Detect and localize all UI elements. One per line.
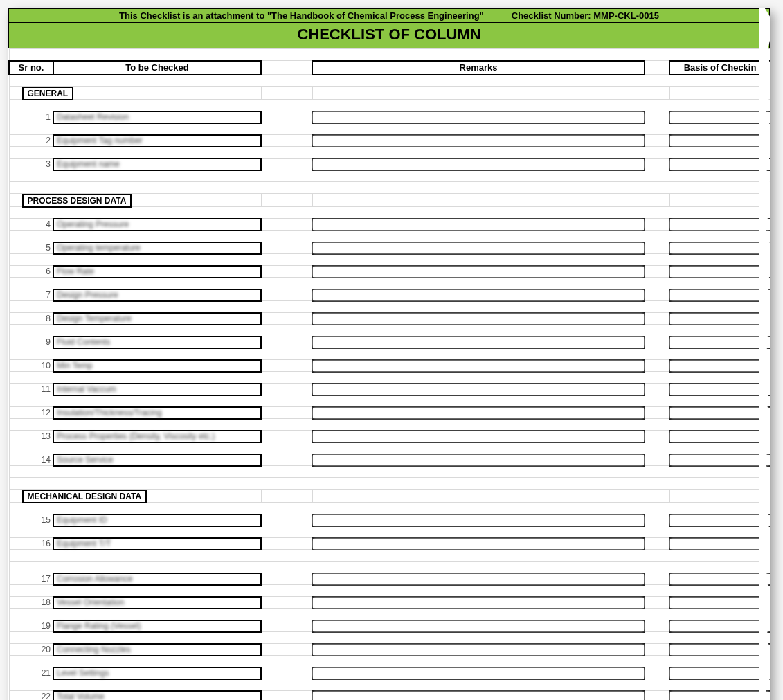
checklist-title: CHECKLIST OF COLUMN [8, 23, 770, 48]
basis-cell[interactable] [669, 667, 770, 679]
basis-cell[interactable] [669, 620, 770, 632]
section-label: MECHANICAL DESIGN DATA [22, 490, 147, 503]
basis-cell[interactable] [669, 431, 770, 442]
section-header: GENERAL [9, 87, 261, 100]
section-header: PROCESS DESIGN DATA [9, 194, 261, 207]
to-be-checked-cell[interactable]: Design Temperature [53, 313, 261, 325]
row-number: 14 [9, 454, 53, 466]
to-be-checked-cell[interactable]: Vessel Orientation [53, 597, 261, 609]
basis-cell[interactable] [669, 159, 770, 170]
row-number: 15 [9, 514, 53, 526]
remarks-cell[interactable] [312, 313, 645, 325]
header-to-be-checked: To be Checked [53, 61, 261, 75]
remarks-cell[interactable] [312, 538, 645, 550]
remarks-cell[interactable] [312, 667, 645, 679]
row-number: 12 [9, 407, 53, 419]
to-be-checked-cell[interactable]: Fluid Contents [53, 336, 261, 348]
remarks-cell[interactable] [312, 691, 645, 701]
row-number: 6 [9, 266, 53, 278]
remarks-cell[interactable] [312, 454, 645, 466]
to-be-checked-cell[interactable]: Equipment name [53, 159, 261, 170]
to-be-checked-cell[interactable]: Process Properties (Density, Viscosity e… [53, 431, 261, 442]
checklist-sheet: This Checklist is an attachment to "The … [8, 8, 770, 700]
basis-cell[interactable] [669, 514, 770, 526]
remarks-cell[interactable] [312, 242, 645, 254]
to-be-checked-cell[interactable]: Operating Pressure [53, 219, 261, 231]
basis-cell[interactable] [669, 407, 770, 419]
row-number: 18 [9, 597, 53, 609]
remarks-cell[interactable] [312, 431, 645, 442]
remarks-cell[interactable] [312, 219, 645, 231]
basis-cell[interactable] [669, 336, 770, 348]
remarks-cell[interactable] [312, 111, 645, 123]
to-be-checked-cell[interactable]: Level Settings [53, 667, 261, 679]
row-number: 19 [9, 620, 53, 632]
basis-cell[interactable] [669, 289, 770, 301]
basis-cell[interactable] [669, 691, 770, 701]
row-number: 5 [9, 242, 53, 254]
row-number: 1 [9, 111, 53, 123]
remarks-cell[interactable] [312, 360, 645, 372]
header-basis: Basis of Checkin [669, 61, 770, 75]
basis-cell[interactable] [669, 454, 770, 466]
basis-cell[interactable] [669, 573, 770, 585]
basis-cell[interactable] [669, 135, 770, 147]
attachment-text: This Checklist is an attachment to "The … [119, 10, 484, 21]
remarks-cell[interactable] [312, 336, 645, 348]
to-be-checked-cell[interactable]: Min Temp [53, 360, 261, 372]
basis-cell[interactable] [669, 644, 770, 656]
basis-cell[interactable] [669, 597, 770, 609]
remarks-cell[interactable] [312, 289, 645, 301]
remarks-cell[interactable] [312, 159, 645, 170]
remarks-cell[interactable] [312, 266, 645, 278]
basis-cell[interactable] [669, 242, 770, 254]
to-be-checked-cell[interactable]: Insulation/Thickness/Tracing [53, 407, 261, 419]
basis-cell[interactable] [669, 266, 770, 278]
to-be-checked-cell[interactable]: Connecting Nozzles [53, 644, 261, 656]
section-label: GENERAL [22, 87, 74, 100]
header-remarks: Remarks [312, 61, 645, 75]
to-be-checked-cell[interactable]: Flow Rate [53, 266, 261, 278]
attachment-banner: This Checklist is an attachment to "The … [8, 8, 770, 23]
to-be-checked-cell[interactable]: Equipment ID [53, 514, 261, 526]
row-number: 20 [9, 644, 53, 656]
row-number: 21 [9, 667, 53, 679]
to-be-checked-cell[interactable]: Flange Rating (Vessel) [53, 620, 261, 632]
basis-cell[interactable] [669, 360, 770, 372]
to-be-checked-cell[interactable]: Datasheet Revision [53, 111, 261, 123]
row-number: 2 [9, 135, 53, 147]
to-be-checked-cell[interactable]: Operating temperature [53, 242, 261, 254]
basis-cell[interactable] [669, 538, 770, 550]
remarks-cell[interactable] [312, 597, 645, 609]
row-number: 10 [9, 360, 53, 372]
row-number: 22 [9, 691, 53, 701]
remarks-cell[interactable] [312, 135, 645, 147]
to-be-checked-cell[interactable]: Internal Vaccum [53, 384, 261, 395]
remarks-cell[interactable] [312, 620, 645, 632]
basis-cell[interactable] [669, 384, 770, 395]
row-number: 13 [9, 431, 53, 442]
checklist-grid: Sr no.To be CheckedRemarksBasis of Check… [8, 48, 770, 700]
to-be-checked-cell[interactable]: Total Volume [53, 691, 261, 701]
row-number: 4 [9, 219, 53, 231]
remarks-cell[interactable] [312, 384, 645, 395]
basis-cell[interactable] [669, 111, 770, 123]
header-sr-no: Sr no. [9, 61, 53, 75]
to-be-checked-cell[interactable]: Design Pressure [53, 289, 261, 301]
row-number: 11 [9, 384, 53, 395]
section-header: MECHANICAL DESIGN DATA [9, 490, 261, 503]
to-be-checked-cell[interactable]: Source Service [53, 454, 261, 466]
basis-cell[interactable] [669, 219, 770, 231]
row-number: 16 [9, 538, 53, 550]
row-number: 17 [9, 573, 53, 585]
to-be-checked-cell[interactable]: Equipment Tag number [53, 135, 261, 147]
remarks-cell[interactable] [312, 644, 645, 656]
checklist-number: Checklist Number: MMP-CKL-0015 [512, 10, 659, 21]
row-number: 8 [9, 313, 53, 325]
to-be-checked-cell[interactable]: Corrosion Allowance [53, 573, 261, 585]
basis-cell[interactable] [669, 313, 770, 325]
remarks-cell[interactable] [312, 407, 645, 419]
remarks-cell[interactable] [312, 514, 645, 526]
remarks-cell[interactable] [312, 573, 645, 585]
to-be-checked-cell[interactable]: Equipment T/T [53, 538, 261, 550]
